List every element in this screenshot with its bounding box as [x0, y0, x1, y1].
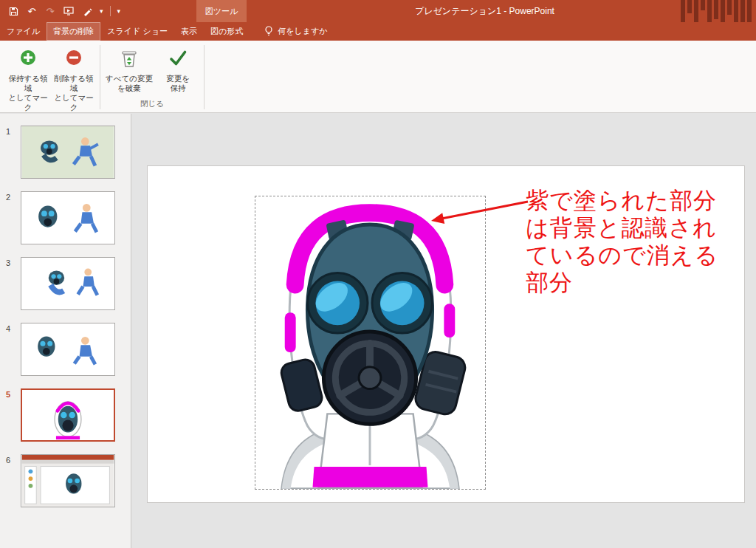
tab-slideshow[interactable]: スライド ショー — [100, 22, 174, 41]
magenta-highlight-bottom — [313, 467, 428, 487]
mark-keep-icon — [18, 49, 38, 70]
slide-row-3: 3 — [0, 257, 131, 310]
tab-file[interactable]: ファイル — [0, 22, 47, 41]
contextual-tab-group-header: 図ツール — [196, 0, 247, 22]
ribbon: 保持する領域としてマーク 削除する領域としてマーク 設定し直す すべての変 — [0, 41, 756, 113]
ribbon-group-close: すべての変更を破棄 変更を保持 閉じる — [101, 42, 203, 112]
slide-thumbnail-art — [22, 390, 114, 440]
mark-remove-icon — [64, 49, 83, 70]
keep-changes-button[interactable]: 変更を保持 — [156, 44, 200, 97]
slide-thumbnail-2[interactable] — [21, 191, 115, 244]
slide-number: 5 — [6, 388, 21, 399]
slide-thumbnail-art — [21, 126, 114, 178]
quick-access-toolbar: ↶ ↷ ▾ ▾ — [0, 0, 120, 22]
window-title: プレゼンテーション1 - PowerPoint — [415, 0, 554, 22]
ribbon-divider — [204, 45, 205, 109]
slide-thumbnail-6[interactable] — [21, 454, 115, 507]
slide-row-5: 5 — [0, 388, 131, 442]
editing-canvas: 紫で塗られた部分 は背景と認識され ているので消える 部分 — [132, 114, 756, 548]
pen-dropdown-icon[interactable]: ▾ — [100, 7, 103, 15]
mark-keep-button[interactable]: 保持する領域としてマーク — [6, 44, 50, 112]
slide-thumbnail-art — [21, 258, 114, 309]
ribbon-tab-row: ファイル 背景の削除 スライド ショー 表示 図の形式 何をしますか — [0, 22, 756, 41]
tell-me-box[interactable]: 何をしますか — [258, 22, 333, 41]
discard-changes-button[interactable]: すべての変更を破棄 — [104, 44, 154, 97]
tab-picture-format[interactable]: 図の形式 — [204, 22, 250, 41]
undo-icon[interactable]: ↶ — [26, 5, 38, 17]
ribbon-group-refine: 保持する領域としてマーク 削除する領域としてマーク 設定し直す — [3, 42, 99, 112]
slide-thumbnail-5-selected[interactable] — [21, 388, 115, 442]
slide-thumbnail-3[interactable] — [21, 257, 115, 310]
slideshow-icon[interactable] — [63, 5, 75, 17]
ribbon-divider — [100, 45, 100, 109]
checkmark-icon — [168, 49, 188, 70]
slide-row-4: 4 — [0, 323, 131, 376]
slide-canvas[interactable]: 紫で塗られた部分 は背景と認識され ているので消える 部分 — [148, 166, 744, 502]
gas-mask-figure — [255, 196, 485, 489]
tell-me-label: 何をしますか — [278, 26, 327, 37]
save-icon[interactable] — [7, 5, 19, 17]
group-label-close: 閉じる — [101, 97, 203, 112]
slide-row-2: 2 — [0, 191, 131, 244]
tab-background-removal[interactable]: 背景の削除 — [47, 22, 100, 41]
slide-thumbnail-panel: 1 2 — [0, 114, 131, 548]
slide-thumbnail-art — [21, 192, 114, 244]
lightbulb-icon — [264, 26, 273, 38]
magenta-highlight-left — [285, 312, 296, 352]
slide-number: 2 — [6, 191, 21, 202]
slide-thumbnail-1[interactable] — [21, 126, 115, 179]
pen-icon[interactable] — [81, 5, 93, 17]
tab-view[interactable]: 表示 — [174, 22, 204, 41]
slide-number: 1 — [6, 126, 21, 136]
slide-row-6: 6 — [0, 454, 131, 507]
slide-thumbnail-art — [21, 323, 114, 375]
powerpoint-window: ↶ ↷ ▾ ▾ 図ツール プレゼンテーション1 - PowerPoint ファイ… — [0, 0, 756, 548]
slide-thumbnail-art — [21, 455, 114, 507]
title-bar: ↶ ↷ ▾ ▾ 図ツール プレゼンテーション1 - PowerPoint — [0, 0, 756, 22]
qat-separator — [110, 6, 111, 16]
selected-picture[interactable] — [255, 196, 486, 490]
magenta-highlight-right — [444, 304, 455, 338]
slide-row-1: 1 — [0, 126, 131, 179]
slide-number: 4 — [6, 323, 21, 333]
slide-number: 6 — [6, 454, 21, 465]
trash-recycle-icon — [120, 49, 139, 70]
redo-icon[interactable]: ↷ — [44, 5, 56, 17]
mark-remove-button[interactable]: 削除する領域としてマーク — [52, 44, 96, 112]
slide-number: 3 — [6, 257, 21, 267]
customize-qat-icon[interactable]: ▾ — [117, 7, 121, 15]
slide-thumbnail-4[interactable] — [21, 323, 115, 376]
annotation-text: 紫で塗られた部分 は背景と認識され ているので消える 部分 — [526, 187, 718, 296]
